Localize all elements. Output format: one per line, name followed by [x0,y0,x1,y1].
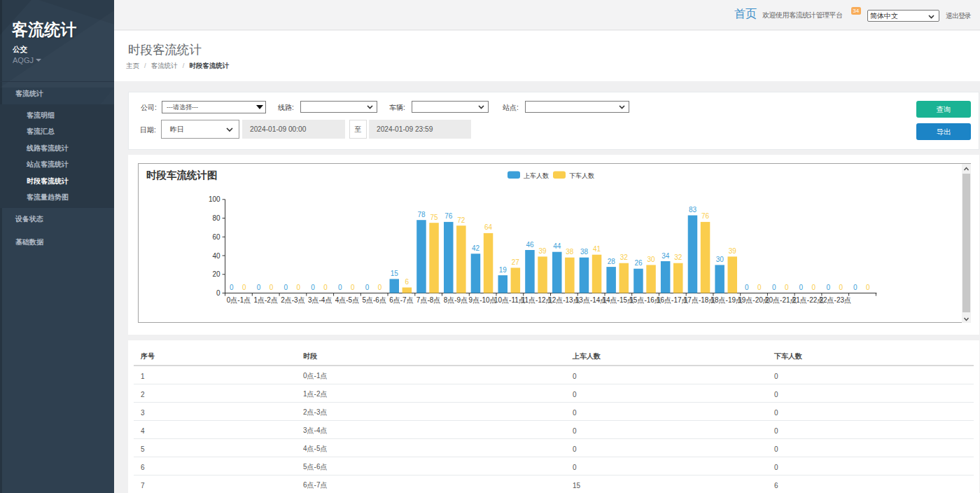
svg-text:22点-23点: 22点-23点 [820,296,852,304]
svg-text:80: 80 [212,214,220,222]
svg-text:0: 0 [230,284,234,291]
svg-text:9点-10点: 9点-10点 [469,296,497,304]
svg-text:42: 42 [472,244,480,252]
svg-text:44: 44 [553,242,561,250]
svg-text:0: 0 [365,284,370,291]
svg-text:100: 100 [209,195,220,203]
svg-text:0: 0 [297,284,301,291]
svg-text:0点-1点: 0点-1点 [227,296,251,304]
svg-text:0: 0 [257,284,261,291]
svg-text:28: 28 [608,258,616,265]
svg-text:46: 46 [526,241,534,249]
svg-text:32: 32 [674,254,682,261]
svg-text:60: 60 [212,233,220,241]
svg-text:0: 0 [378,284,382,291]
svg-text:27: 27 [512,258,520,266]
svg-text:30: 30 [716,256,724,263]
svg-text:6点-7点: 6点-7点 [389,296,413,304]
svg-text:39: 39 [729,247,737,255]
svg-text:19: 19 [499,266,507,274]
svg-text:20: 20 [212,270,220,278]
svg-text:76: 76 [444,212,453,220]
svg-text:38: 38 [566,248,574,256]
svg-text:2点-3点: 2点-3点 [281,296,304,304]
svg-text:0: 0 [270,284,274,291]
svg-text:0: 0 [785,284,789,291]
svg-text:6: 6 [405,278,410,286]
svg-text:30: 30 [647,256,655,263]
svg-text:0: 0 [839,284,843,291]
svg-text:26: 26 [634,259,643,267]
svg-text:0: 0 [745,284,749,291]
svg-text:0: 0 [772,284,776,291]
svg-text:8点-9点: 8点-9点 [444,296,468,304]
svg-text:0: 0 [338,284,342,291]
svg-text:38: 38 [580,248,589,256]
svg-text:32: 32 [620,254,629,261]
svg-text:72: 72 [457,216,465,224]
svg-text:1点-2点: 1点-2点 [253,296,277,304]
svg-text:75: 75 [430,214,438,221]
svg-text:4点-5点: 4点-5点 [335,296,359,304]
svg-text:0: 0 [351,284,355,291]
svg-text:0: 0 [853,284,858,291]
svg-text:83: 83 [689,206,697,214]
svg-text:0: 0 [799,284,804,291]
svg-text:15: 15 [391,270,399,277]
svg-text:39: 39 [538,247,547,255]
svg-text:0: 0 [826,284,830,291]
svg-text:下车人数: 下车人数 [569,172,594,179]
svg-text:78: 78 [417,211,426,218]
svg-text:76: 76 [701,212,710,220]
svg-text:上车人数: 上车人数 [524,172,549,179]
svg-text:5点-6点: 5点-6点 [362,296,386,304]
svg-text:0: 0 [284,284,288,291]
svg-text:40: 40 [212,252,220,260]
svg-text:34: 34 [662,252,670,260]
svg-text:0: 0 [757,284,762,291]
svg-text:0: 0 [812,284,816,291]
svg-text:41: 41 [593,245,601,253]
svg-text:0: 0 [242,284,246,291]
svg-text:64: 64 [484,223,493,231]
svg-text:时段车流统计图: 时段车流统计图 [146,169,218,181]
svg-text:0: 0 [866,284,870,291]
svg-text:0: 0 [323,284,328,291]
svg-text:0: 0 [216,289,220,297]
svg-text:7点-8点: 7点-8点 [416,296,440,304]
svg-text:0: 0 [311,284,315,291]
svg-text:3点-4点: 3点-4点 [308,296,332,304]
